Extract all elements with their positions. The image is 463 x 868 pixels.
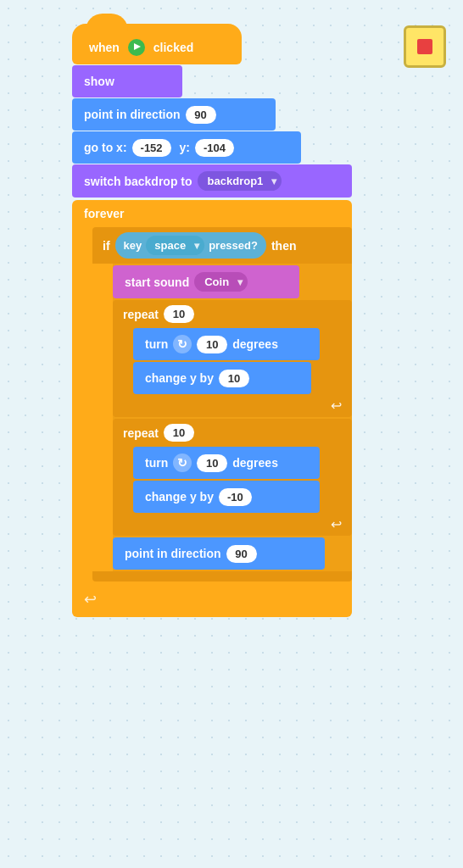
then-label: then	[271, 239, 297, 253]
clicked-label: clicked	[153, 41, 193, 54]
point-in-direction-block-2[interactable]: point in direction 90	[113, 537, 325, 570]
turn-2-degrees-label: degrees	[232, 456, 278, 470]
change-y-block-2[interactable]: change y by -10	[133, 481, 320, 513]
point-in-direction-label: point in direction	[84, 108, 181, 121]
key-label: key	[124, 239, 142, 252]
switch-backdrop-block[interactable]: switch backdrop to backdrop1	[72, 164, 352, 198]
repeat-1-label: repeat	[123, 308, 159, 321]
when-flag-clicked-block[interactable]: when clicked	[72, 24, 242, 64]
y-value[interactable]: -104	[195, 139, 234, 157]
repeat-block-2[interactable]: repeat 10 turn ↻ 10 degrees	[113, 419, 352, 536]
turn-clockwise-icon-2: ↻	[173, 453, 192, 472]
point-in-direction-2-label: point in direction	[125, 547, 221, 560]
repeat-2-value[interactable]: 10	[164, 424, 194, 442]
go-to-block[interactable]: go to x: -152 y: -104	[72, 131, 301, 164]
turn-2-label: turn	[145, 456, 168, 470]
if-label: if	[103, 239, 110, 253]
start-sound-block[interactable]: start sound Coin	[113, 265, 299, 298]
y-label: y:	[180, 141, 190, 154]
repeat-1-inner: turn ↻ 10 degrees change y by 10	[133, 328, 352, 394]
key-pressed-condition[interactable]: key space pressed?	[115, 232, 266, 259]
if-end	[92, 571, 352, 581]
forever-end: ↩	[72, 581, 352, 617]
direction-2-value[interactable]: 90	[226, 545, 257, 563]
block-stack: when clicked show point in direction 90 …	[72, 24, 352, 617]
if-block[interactable]: if key space pressed? then	[92, 227, 352, 581]
if-inner: start sound Coin repeat 10	[113, 264, 352, 571]
stop-square-icon	[417, 39, 432, 54]
sound-dropdown[interactable]: Coin	[194, 272, 248, 292]
change-y-2-label: change y by	[145, 490, 214, 504]
forever-header: forever	[72, 200, 352, 227]
change-y-2-value[interactable]: -10	[219, 488, 252, 506]
direction-value[interactable]: 90	[186, 106, 216, 124]
turn-1-degrees-label: degrees	[232, 337, 278, 351]
repeat-1-header[interactable]: repeat 10	[113, 300, 352, 328]
forever-block[interactable]: forever if key space pres	[72, 200, 352, 617]
change-y-1-label: change y by	[145, 371, 214, 385]
repeat-2-inner: turn ↻ 10 degrees change y by -10	[133, 447, 352, 513]
go-to-label: go to x:	[84, 141, 127, 154]
repeat-1-end-arrow: ↩	[113, 394, 352, 417]
when-label: when	[89, 41, 120, 54]
change-y-1-value[interactable]: 10	[219, 370, 249, 387]
repeat-2-end-arrow: ↩	[113, 513, 352, 536]
turn-block-1[interactable]: turn ↻ 10 degrees	[133, 328, 320, 360]
repeat-block-1[interactable]: repeat 10 turn ↻ 10 degrees	[113, 300, 352, 417]
repeat-2-header[interactable]: repeat 10	[113, 419, 352, 447]
show-label: show	[84, 75, 114, 88]
turn-2-value[interactable]: 10	[197, 454, 227, 472]
forever-label: forever	[84, 207, 124, 220]
x-value[interactable]: -152	[132, 139, 171, 157]
pressed-label: pressed?	[209, 239, 258, 252]
turn-clockwise-icon-1: ↻	[173, 335, 192, 353]
turn-block-2[interactable]: turn ↻ 10 degrees	[133, 447, 320, 479]
green-flag-icon	[128, 39, 145, 56]
change-y-block-1[interactable]: change y by 10	[133, 362, 311, 394]
forever-inner: if key space pressed? then	[92, 227, 352, 581]
show-block[interactable]: show	[72, 65, 182, 97]
script-area: when clicked show point in direction 90 …	[72, 24, 352, 617]
stop-button[interactable]	[404, 25, 446, 68]
start-sound-label: start sound	[125, 275, 189, 289]
switch-backdrop-label: switch backdrop to	[84, 175, 192, 188]
backdrop-dropdown[interactable]: backdrop1	[198, 171, 282, 191]
repeat-2-label: repeat	[123, 426, 159, 440]
turn-1-value[interactable]: 10	[197, 336, 227, 353]
forever-end-arrow: ↩	[84, 590, 97, 609]
repeat-1-value[interactable]: 10	[164, 305, 194, 323]
key-dropdown[interactable]: space	[146, 236, 204, 255]
turn-1-label: turn	[145, 337, 168, 351]
if-header[interactable]: if key space pressed? then	[92, 227, 352, 264]
point-in-direction-block[interactable]: point in direction 90	[72, 98, 276, 131]
